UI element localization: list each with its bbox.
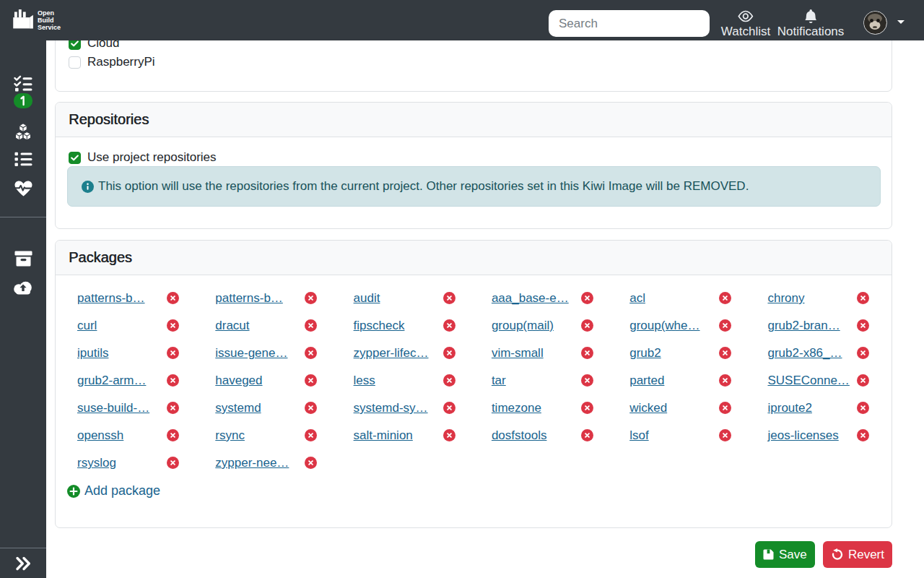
user-avatar[interactable] xyxy=(863,11,887,35)
package-link[interactable]: grub2-bran… xyxy=(767,319,840,333)
sidebar-item-upload[interactable] xyxy=(0,279,46,295)
package-link[interactable]: grub2-arm… xyxy=(77,374,146,388)
package-link[interactable]: dracut xyxy=(215,319,249,333)
raspberrypi-checkbox[interactable] xyxy=(69,56,81,69)
obs-logo[interactable]: Open Build Service xyxy=(10,7,61,33)
remove-package-icon[interactable] xyxy=(581,374,593,387)
remove-package-icon[interactable] xyxy=(167,319,179,332)
remove-package-icon[interactable] xyxy=(443,374,456,387)
package-link[interactable]: lsof xyxy=(629,428,648,443)
watchlist-nav-item[interactable]: Watchlist xyxy=(721,9,770,39)
remove-package-icon[interactable] xyxy=(443,429,456,441)
sidebar-item-repositories[interactable] xyxy=(0,251,46,267)
package-link[interactable]: parted xyxy=(629,374,664,388)
remove-package-icon[interactable] xyxy=(857,402,869,414)
package-link[interactable]: patterns-b… xyxy=(215,291,283,306)
package-link[interactable]: vim-small xyxy=(492,346,544,361)
remove-package-icon[interactable] xyxy=(857,374,869,387)
remove-package-icon[interactable] xyxy=(719,374,731,387)
package-link[interactable]: issue-gene… xyxy=(215,346,287,361)
remove-package-icon[interactable] xyxy=(719,292,731,304)
package-link[interactable]: systemd xyxy=(215,401,261,415)
requests-count-badge[interactable] xyxy=(14,93,32,108)
sidebar-collapse-toggle[interactable] xyxy=(0,556,46,571)
remove-package-icon[interactable] xyxy=(305,402,317,414)
package-link[interactable]: openssh xyxy=(77,428,123,443)
package-link[interactable]: dosfstools xyxy=(492,428,547,443)
package-item: tar xyxy=(492,367,629,394)
remove-package-icon[interactable] xyxy=(443,292,456,304)
remove-package-icon[interactable] xyxy=(305,292,317,304)
package-link[interactable]: audit xyxy=(354,291,380,306)
package-link[interactable]: group(mail) xyxy=(492,319,554,333)
package-link[interactable]: grub2 xyxy=(629,346,661,361)
package-link[interactable]: jeos-licenses xyxy=(767,428,838,443)
package-link[interactable]: aaa_base-e… xyxy=(492,291,569,306)
remove-package-icon[interactable] xyxy=(443,402,456,414)
package-link[interactable]: haveged xyxy=(215,374,262,388)
package-link[interactable]: SUSEConne… xyxy=(767,374,849,388)
package-item: rsyslog xyxy=(77,449,215,477)
package-link[interactable]: wicked xyxy=(629,401,667,415)
search-input[interactable] xyxy=(549,10,710,37)
remove-package-icon[interactable] xyxy=(581,347,593,359)
add-package-link[interactable]: Add package xyxy=(67,483,160,499)
remove-package-icon[interactable] xyxy=(857,429,869,441)
save-button[interactable]: Save xyxy=(755,541,815,568)
brand-text: Open Build Service xyxy=(38,9,61,31)
remove-package-icon[interactable] xyxy=(167,457,179,469)
use-project-repositories-checkbox[interactable] xyxy=(69,152,81,164)
package-link[interactable]: zypper-nee… xyxy=(215,456,289,470)
remove-package-icon[interactable] xyxy=(719,319,731,332)
user-menu-caret-icon[interactable] xyxy=(897,20,905,24)
remove-package-icon[interactable] xyxy=(305,347,317,359)
remove-package-icon[interactable] xyxy=(719,347,731,359)
package-link[interactable]: grub2-x86_… xyxy=(767,346,842,361)
remove-package-icon[interactable] xyxy=(857,347,869,359)
revert-button[interactable]: Revert xyxy=(823,541,892,568)
package-link[interactable]: chrony xyxy=(767,291,804,306)
sidebar-item-requests[interactable] xyxy=(0,75,46,92)
remove-package-icon[interactable] xyxy=(719,402,731,414)
package-link[interactable]: group(whe… xyxy=(629,319,699,333)
remove-package-icon[interactable] xyxy=(581,319,593,332)
add-package-icon xyxy=(67,485,80,498)
package-link[interactable]: timezone xyxy=(492,401,541,415)
remove-package-icon[interactable] xyxy=(167,374,179,387)
notifications-nav-item[interactable]: Notifications xyxy=(777,9,845,39)
remove-package-icon[interactable] xyxy=(443,319,456,332)
remove-package-icon[interactable] xyxy=(581,292,593,304)
package-link[interactable]: rsync xyxy=(215,428,245,443)
package-link[interactable]: curl xyxy=(77,319,97,333)
package-link[interactable]: tar xyxy=(492,374,506,388)
remove-package-icon[interactable] xyxy=(167,402,179,414)
sidebar-item-list[interactable] xyxy=(0,152,46,167)
package-link[interactable]: suse-build-… xyxy=(77,401,149,415)
package-link[interactable]: fipscheck xyxy=(354,319,405,333)
package-link[interactable]: salt-minion xyxy=(354,428,413,443)
package-link[interactable]: iputils xyxy=(77,346,108,361)
info-alert-text: This option will use the repositories fr… xyxy=(98,179,749,194)
package-link[interactable]: iproute2 xyxy=(767,401,811,415)
package-link[interactable]: rsyslog xyxy=(77,456,116,470)
package-link[interactable]: zypper-lifec… xyxy=(354,346,429,361)
remove-package-icon[interactable] xyxy=(443,347,456,359)
sidebar-item-monitor[interactable] xyxy=(0,180,46,197)
remove-package-icon[interactable] xyxy=(719,429,731,441)
sidebar-item-packages[interactable] xyxy=(0,123,46,141)
remove-package-icon[interactable] xyxy=(305,319,317,332)
package-link[interactable]: systemd-sy… xyxy=(354,401,428,415)
package-link[interactable]: less xyxy=(354,374,375,388)
remove-package-icon[interactable] xyxy=(857,292,869,304)
package-link[interactable]: patterns-b… xyxy=(77,291,145,306)
remove-package-icon[interactable] xyxy=(305,457,317,469)
remove-package-icon[interactable] xyxy=(581,402,593,414)
remove-package-icon[interactable] xyxy=(167,429,179,441)
remove-package-icon[interactable] xyxy=(167,292,179,304)
remove-package-icon[interactable] xyxy=(167,347,179,359)
remove-package-icon[interactable] xyxy=(305,374,317,387)
remove-package-icon[interactable] xyxy=(305,429,317,441)
remove-package-icon[interactable] xyxy=(857,319,869,332)
remove-package-icon[interactable] xyxy=(581,429,593,441)
package-link[interactable]: acl xyxy=(629,291,645,306)
